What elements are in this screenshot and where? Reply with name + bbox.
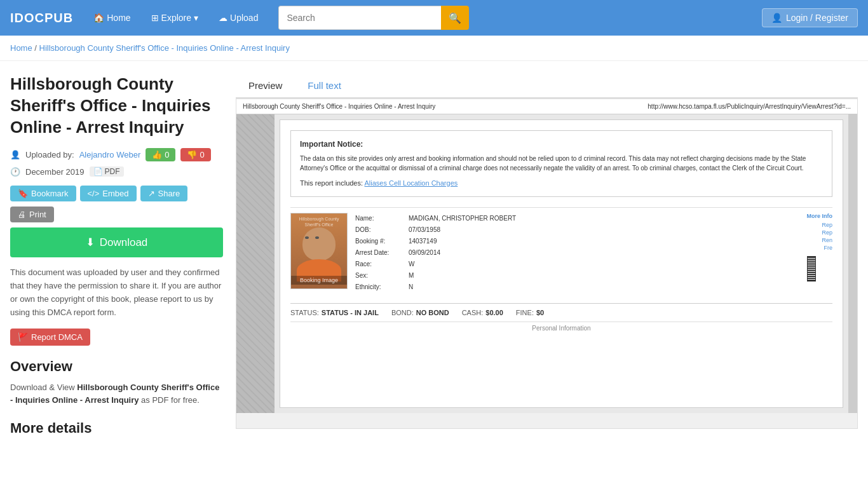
user-icon: 👤 xyxy=(771,13,782,23)
preview-container: Hillsborough County Sheriff's Office - I… xyxy=(236,98,858,429)
tab-bar: Preview Full text xyxy=(236,74,858,98)
more-info-link-3[interactable]: Ren xyxy=(807,237,833,243)
more-details-title: More details xyxy=(10,420,223,437)
notice-title: Important Notice: xyxy=(300,139,823,150)
print-button-row: 🖨 Print xyxy=(10,207,223,222)
overview-title: Overview xyxy=(10,358,223,375)
thumbs-down-icon: 👎 xyxy=(187,150,197,159)
action-buttons: 🔖 Bookmark </> Embed ↗ Share xyxy=(10,186,223,201)
download-icon: ⬇ xyxy=(86,236,95,249)
important-notice-box: Important Notice: The data on this site … xyxy=(290,130,832,197)
print-icon: 🖨 xyxy=(18,210,26,219)
info-row-sex: Sex: M xyxy=(355,270,799,281)
more-info-link-2[interactable]: Rep xyxy=(807,229,833,236)
more-info-column: More Info Rep Rep Ren Fre xyxy=(807,213,833,293)
nav-explore[interactable]: ⊞ Explore ▾ xyxy=(146,10,203,25)
info-row-arrest-date: Arrest Date: 09/09/2014 xyxy=(355,247,799,259)
login-register-button[interactable]: 👤 Login / Register xyxy=(762,8,858,27)
bookmark-icon: 🔖 xyxy=(18,189,28,198)
booking-overlay-text: Hillsborough County Sheriff's Office xyxy=(294,216,344,227)
breadcrumb-current: Hillsborough County Sheriff's Office - I… xyxy=(39,43,290,53)
doc-side-strip-right xyxy=(848,114,857,413)
arrest-record: Hillsborough County Sheriff's Office Boo… xyxy=(290,207,832,298)
status-item-cash: CASH: $0.00 xyxy=(462,309,503,316)
navbar-right: 👤 Login / Register xyxy=(762,8,858,27)
vote-up-button[interactable]: 👍 0 xyxy=(146,148,175,161)
truncated-section: Personal Information xyxy=(290,322,832,334)
vote-down-button[interactable]: 👎 0 xyxy=(180,148,210,161)
flag-icon: 🚩 xyxy=(18,332,28,342)
info-row-ethnicity: Ethnicity: N xyxy=(355,281,799,293)
status-item-bond: BOND: NO BOND xyxy=(391,309,449,316)
booking-image: Hillsborough County Sheriff's Office Boo… xyxy=(290,213,348,289)
breadcrumb-separator: / xyxy=(34,43,37,53)
share-icon: ↗ xyxy=(148,189,155,198)
info-row-race: Race: W xyxy=(355,259,799,270)
file-icon: 📄 xyxy=(93,167,103,176)
print-button[interactable]: 🖨 Print xyxy=(10,207,54,222)
bookmark-button[interactable]: 🔖 Bookmark xyxy=(10,186,76,201)
left-panel: Hillsborough County Sheriff's Office - I… xyxy=(10,74,223,439)
doc-content-area: Important Notice: The data on this site … xyxy=(280,119,843,408)
nav-home[interactable]: 🏠 Home xyxy=(88,10,135,25)
arrest-info: Name: MADIGAN, CHRISTOPHER ROBERT DOB: 0… xyxy=(355,213,799,293)
report-dmca-button[interactable]: 🚩 Report DMCA xyxy=(10,329,90,346)
notice-includes: This report includes: Aliases Cell Locat… xyxy=(300,178,823,189)
info-row-dob: DOB: 07/03/1958 xyxy=(355,224,799,236)
breadcrumb-home[interactable]: Home xyxy=(10,43,32,53)
share-button[interactable]: ↗ Share xyxy=(140,186,188,201)
notice-body: The data on this site provides only arre… xyxy=(300,154,823,173)
chevron-down-icon: ▾ xyxy=(194,13,198,23)
right-panel: Preview Full text Hillsborough County Sh… xyxy=(236,74,858,429)
overview-text: Download & View Hillsborough County Sher… xyxy=(10,381,223,408)
code-icon: </> xyxy=(88,189,100,198)
upload-icon: ☁ xyxy=(219,13,227,23)
navbar: IDOCPUB 🏠 Home ⊞ Explore ▾ ☁ Upload 🔍 👤 … xyxy=(0,0,868,36)
user-icon: 👤 xyxy=(10,150,20,159)
more-info-link-1[interactable]: Rep xyxy=(807,222,833,228)
document-date: December 2019 xyxy=(25,167,85,177)
document-title: Hillsborough County Sheriff's Office - I… xyxy=(10,74,223,138)
status-item-fine: FINE: $0 xyxy=(516,309,544,316)
doc-header-url: http://www.hcso.tampa.fl.us/PublicInquir… xyxy=(648,103,851,110)
doc-side-strip-left xyxy=(236,114,275,413)
search-form: 🔍 xyxy=(278,6,469,30)
date-row: 🕐 December 2019 📄 PDF xyxy=(10,166,223,177)
file-type-badge: 📄 PDF xyxy=(90,166,124,177)
home-icon: 🏠 xyxy=(93,13,104,23)
search-icon: 🔍 xyxy=(449,12,461,24)
main-container: Hillsborough County Sheriff's Office - I… xyxy=(0,61,868,452)
booking-image-label: Booking Image xyxy=(291,276,347,285)
status-bar: STATUS: STATUS - IN JAIL BOND: NO BOND C… xyxy=(290,303,832,322)
uploader-name: Alejandro Weber xyxy=(79,150,141,159)
breadcrumb: Home / Hillsborough County Sheriff's Off… xyxy=(0,36,868,61)
embed-button[interactable]: </> Embed xyxy=(80,186,137,201)
tab-full-text[interactable]: Full text xyxy=(295,74,354,98)
document-description: This document was uploaded by user and t… xyxy=(10,266,223,319)
doc-header-title: Hillsborough County Sheriff's Office - I… xyxy=(243,103,435,110)
doc-body: Important Notice: The data on this site … xyxy=(236,114,857,413)
search-button[interactable]: 🔍 xyxy=(441,6,469,30)
info-row-booking: Booking #: 14037149 xyxy=(355,236,799,247)
clock-icon: 🕐 xyxy=(10,167,20,177)
brand-logo[interactable]: IDOCPUB xyxy=(10,11,73,25)
thumbs-up-icon: 👍 xyxy=(152,150,162,159)
uploader-row: 👤 Uploaded by: Alejandro Weber 👍 0 👎 0 xyxy=(10,148,223,161)
nav-upload[interactable]: ☁ Upload xyxy=(214,10,263,25)
tab-preview[interactable]: Preview xyxy=(236,74,295,98)
more-info-links: Rep Rep Ren Fre xyxy=(807,222,833,251)
search-input[interactable] xyxy=(278,6,441,30)
grid-icon: ⊞ xyxy=(151,13,159,23)
download-button[interactable]: ⬇ Download xyxy=(10,227,223,257)
uploaded-by-label: Uploaded by: xyxy=(25,150,74,159)
more-info-link-4[interactable]: Fre xyxy=(807,245,833,251)
status-item-status: STATUS: STATUS - IN JAIL xyxy=(290,309,379,316)
doc-header-bar: Hillsborough County Sheriff's Office - I… xyxy=(236,99,857,114)
info-row-name: Name: MADIGAN, CHRISTOPHER ROBERT xyxy=(355,213,799,224)
